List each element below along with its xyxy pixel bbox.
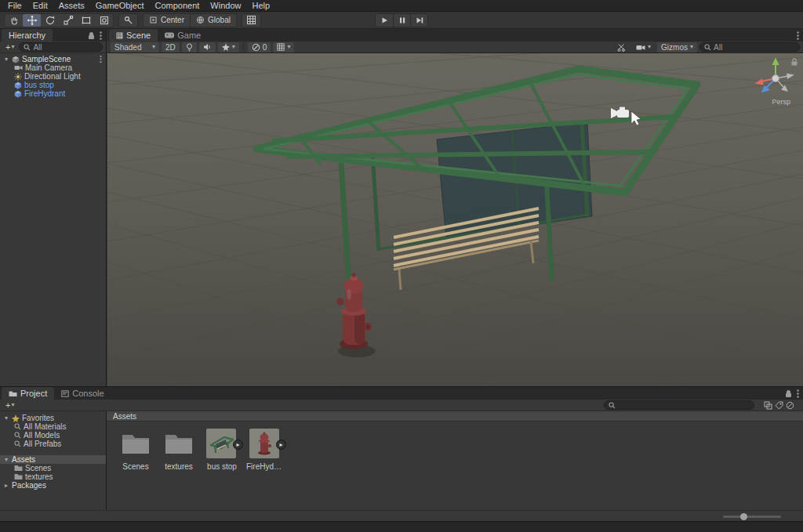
gizmos-dropdown[interactable]: Gizmos▾ [657, 42, 697, 52]
search-icon [704, 44, 711, 51]
persp-text: Persp [772, 98, 790, 106]
game-tab-label: Game [177, 31, 201, 40]
global-label: Global [208, 16, 231, 24]
effects-dropdown[interactable]: ▾ [218, 42, 239, 52]
asset-item-scenes[interactable]: Scenes [118, 429, 154, 471]
tab-game[interactable]: Game [158, 29, 208, 42]
search-by-label-icon[interactable] [775, 401, 783, 410]
step-icon [415, 16, 424, 25]
move-tool-button[interactable] [23, 14, 41, 27]
asset-item-bus-stop[interactable]: ▸ bus stop [204, 429, 240, 471]
2d-label: 2D [165, 43, 176, 52]
speaker-icon [203, 43, 212, 51]
scene-visibility-button[interactable]: 0 [248, 42, 271, 52]
shading-mode-dropdown[interactable]: Shaded▾ [111, 42, 159, 52]
pane-menu-icon[interactable] [797, 31, 799, 40]
rect-tool-button[interactable] [77, 14, 95, 27]
project-statusbar [0, 510, 803, 521]
search-icon [14, 432, 21, 439]
menu-gameobject[interactable]: GameObject [90, 0, 150, 12]
cursor-pointer [631, 111, 641, 125]
slider-knob[interactable] [740, 513, 747, 520]
viewport-lock-icon[interactable] [790, 57, 799, 67]
favorite-all-materials[interactable]: All Materials [0, 422, 106, 431]
folder-scenes[interactable]: Scenes [0, 464, 106, 472]
pivot-global-button[interactable]: Global [190, 14, 236, 27]
status-bar [0, 521, 803, 532]
menu-component[interactable]: Component [149, 0, 205, 12]
star-icon [12, 414, 20, 422]
pivot-center-button[interactable]: Center [144, 14, 190, 27]
search-by-type-icon[interactable] [764, 401, 772, 410]
pane-menu-icon[interactable] [797, 389, 799, 398]
orientation-gizmo [755, 58, 795, 93]
2d-toggle-button[interactable]: 2D [162, 42, 180, 52]
audio-toggle-button[interactable] [199, 42, 216, 52]
menu-file[interactable]: File [2, 0, 27, 12]
create-object-button[interactable]: +▾ [3, 42, 16, 52]
scene-options-icon[interactable] [100, 56, 102, 63]
cut-tool-button[interactable] [613, 42, 630, 52]
pane-menu-icon[interactable] [100, 31, 102, 40]
asset-item-firehydrant[interactable]: ▸ FireHydra... [247, 429, 283, 471]
scene-viewport[interactable]: Persp [107, 53, 803, 386]
project-search-input[interactable] [604, 400, 754, 410]
folder-icon [14, 465, 23, 472]
rotate-tool-button[interactable] [41, 14, 59, 27]
favorite-all-prefabs[interactable]: All Prefabs [0, 440, 106, 448]
menu-assets[interactable]: Assets [53, 0, 90, 12]
play-button[interactable] [376, 14, 393, 27]
tab-scene[interactable]: Scene [109, 29, 158, 42]
scissors-icon [617, 43, 626, 52]
menu-window[interactable]: Window [205, 0, 246, 12]
tab-hierarchy[interactable]: Hierarchy [2, 29, 53, 42]
assets-root-item[interactable]: ▾ Assets [0, 455, 106, 464]
lock-icon[interactable] [88, 31, 95, 40]
shading-mode-label: Shaded [114, 43, 141, 52]
tab-project[interactable]: Project [2, 387, 54, 400]
menubar: File Edit Assets GameObject Component Wi… [0, 0, 803, 12]
scale-tool-button[interactable] [59, 14, 77, 27]
hand-tool-button[interactable] [5, 14, 23, 27]
tab-console[interactable]: Console [54, 387, 111, 400]
lighting-toggle-button[interactable] [182, 42, 197, 52]
hierarchy-item-scene[interactable]: ▾ SampleScene [0, 55, 106, 63]
grid-visibility-dropdown[interactable]: ▾ [273, 42, 294, 52]
perspective-label[interactable]: Persp [772, 98, 790, 106]
transform-tool-button[interactable] [95, 14, 113, 27]
packages-section[interactable]: ▸ Packages [0, 481, 106, 490]
menu-edit[interactable]: Edit [27, 0, 53, 12]
favorite-label: All Prefabs [24, 440, 61, 448]
foldout-icon[interactable]: ▾ [3, 56, 9, 63]
hierarchy-toolbar: +▾ All [0, 42, 106, 53]
custom-tool-button[interactable] [119, 14, 137, 27]
grid-snap-button[interactable] [242, 14, 260, 27]
favorites-section[interactable]: ▾ Favorites [0, 414, 106, 422]
asset-item-textures[interactable]: textures [161, 429, 197, 471]
step-button[interactable] [410, 14, 427, 27]
thumbnail-size-slider[interactable] [723, 516, 781, 518]
hierarchy-item-main-camera[interactable]: Main Camera [0, 63, 106, 72]
create-asset-button[interactable]: +▾ [3, 400, 16, 410]
assets-breadcrumb[interactable]: Assets [107, 411, 803, 422]
prefab-cube-icon [14, 90, 22, 98]
scene-camera-dropdown[interactable]: ▾ [632, 42, 655, 52]
hierarchy-search-input[interactable]: All [19, 42, 103, 52]
scene-icon [12, 56, 20, 63]
transform-tool-icon [99, 15, 110, 26]
expand-asset-arrow[interactable]: ▸ [276, 440, 286, 450]
expand-asset-arrow[interactable]: ▸ [233, 440, 243, 450]
hierarchy-item-directional-light[interactable]: Directional Light [0, 72, 106, 81]
lock-icon[interactable] [785, 389, 792, 398]
scene-viewport-canvas [107, 53, 803, 386]
hierarchy-item-bus-stop[interactable]: bus stop [0, 81, 106, 89]
scene-search-input[interactable]: All [699, 42, 800, 52]
hierarchy-item-firehydrant[interactable]: FireHydrant [0, 89, 106, 98]
folder-textures[interactable]: textures [0, 472, 106, 481]
menu-help[interactable]: Help [246, 0, 275, 12]
favorite-all-models[interactable]: All Models [0, 431, 106, 440]
pause-button[interactable] [393, 14, 410, 27]
scene-tab-label: Scene [126, 31, 151, 40]
hidden-packages-icon[interactable] [786, 401, 794, 410]
project-toolbar: +▾ [0, 400, 803, 411]
